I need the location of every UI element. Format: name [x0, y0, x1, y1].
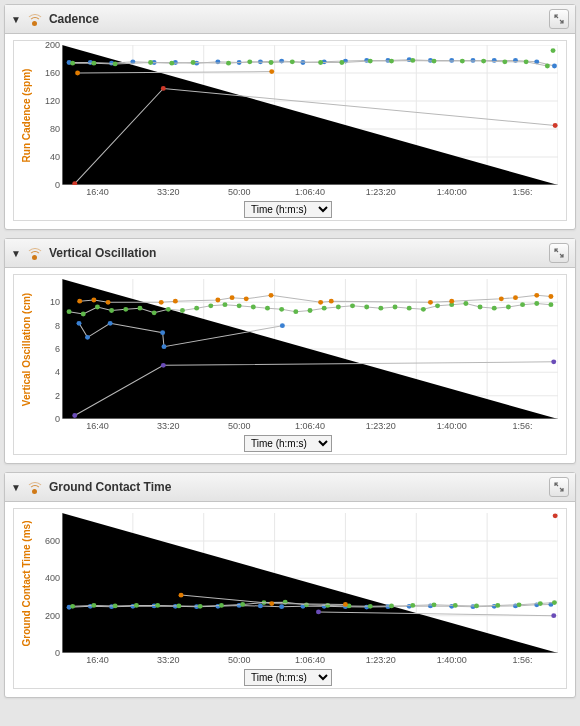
panel-header[interactable]: ▼Cadence	[5, 5, 575, 34]
y-tick: 200	[45, 611, 60, 621]
collapse-icon[interactable]: ▼	[11, 14, 21, 25]
data-point	[551, 359, 556, 364]
data-point	[478, 305, 483, 310]
data-point	[106, 300, 111, 305]
y-tick: 400	[45, 573, 60, 583]
data-point	[368, 59, 373, 64]
x-tick: 1:06:40	[275, 655, 346, 665]
data-point	[208, 303, 213, 308]
plot-area[interactable]	[62, 45, 558, 185]
y-tick: 10	[50, 297, 60, 307]
data-point	[279, 307, 284, 312]
data-point	[237, 303, 242, 308]
plot-area[interactable]	[62, 279, 558, 419]
data-point	[552, 64, 557, 69]
data-point	[161, 363, 166, 368]
sensor-icon	[27, 479, 43, 495]
panel-title: Ground Contact Time	[49, 480, 543, 494]
data-point	[421, 307, 426, 312]
data-point	[481, 59, 486, 64]
data-point	[551, 48, 556, 53]
panel-cadence: ▼CadenceRun Cadence (spm)040801201602001…	[4, 4, 576, 230]
data-point	[499, 296, 504, 301]
data-point	[449, 299, 454, 304]
data-point	[251, 305, 256, 310]
x-tick: 50:00	[204, 655, 275, 665]
expand-button[interactable]	[549, 477, 569, 497]
data-point	[350, 303, 355, 308]
data-point	[495, 603, 500, 608]
data-point	[410, 603, 415, 608]
data-point	[492, 306, 497, 311]
x-tick: 1:23:20	[345, 421, 416, 431]
data-point	[123, 307, 128, 312]
xaxis-select[interactable]: Time (h:m:s)Distance (km)	[244, 435, 332, 452]
data-point	[280, 323, 285, 328]
data-point	[517, 602, 522, 607]
y-axis-label: Vertical Oscillation (cm)	[22, 292, 33, 405]
data-point	[553, 513, 558, 518]
data-point	[393, 305, 398, 310]
x-tick: 33:20	[133, 655, 204, 665]
data-point	[492, 58, 497, 63]
x-tick: 1:56:	[487, 187, 558, 197]
data-point	[113, 62, 118, 67]
x-tick: 1:06:40	[275, 187, 346, 197]
data-point	[155, 603, 160, 608]
data-point	[176, 604, 181, 609]
data-point	[91, 298, 96, 303]
panel-header[interactable]: ▼Vertical Oscillation	[5, 239, 575, 268]
y-tick: 0	[55, 180, 60, 190]
data-point	[318, 60, 323, 65]
data-point	[506, 305, 511, 310]
data-point	[269, 293, 274, 298]
data-point	[258, 604, 263, 609]
data-point	[67, 309, 72, 314]
data-point	[552, 600, 557, 605]
data-point	[453, 603, 458, 608]
data-point	[75, 71, 80, 76]
data-point	[247, 59, 252, 64]
collapse-icon[interactable]: ▼	[11, 248, 21, 259]
x-tick: 1:40:00	[416, 421, 487, 431]
y-tick: 200	[45, 40, 60, 50]
data-point	[513, 295, 518, 300]
data-point	[304, 602, 309, 607]
y-tick: 80	[50, 124, 60, 134]
collapse-icon[interactable]: ▼	[11, 482, 21, 493]
panel-title: Cadence	[49, 12, 543, 26]
data-point	[329, 299, 334, 304]
panel-header[interactable]: ▼Ground Contact Time	[5, 473, 575, 502]
panel-vosc: ▼Vertical OscillationVertical Oscillatio…	[4, 238, 576, 464]
data-point	[85, 335, 90, 340]
data-point	[265, 306, 270, 311]
expand-button[interactable]	[549, 243, 569, 263]
data-point	[364, 305, 369, 310]
data-point	[322, 306, 327, 311]
sensor-icon	[27, 11, 43, 27]
y-axis-label: Run Cadence (spm)	[22, 68, 33, 162]
data-point	[191, 60, 196, 65]
xaxis-select[interactable]: Time (h:m:s)Distance (km)	[244, 201, 332, 218]
data-point	[91, 61, 96, 66]
data-point	[279, 604, 284, 609]
y-tick: 160	[45, 68, 60, 78]
xaxis-select[interactable]: Time (h:m:s)Distance (km)	[244, 669, 332, 686]
panel-gct: ▼Ground Contact TimeGround Contact Time …	[4, 472, 576, 698]
x-tick: 50:00	[204, 421, 275, 431]
expand-button[interactable]	[549, 9, 569, 29]
data-point	[72, 413, 77, 418]
data-point	[222, 302, 227, 307]
data-point	[470, 58, 475, 63]
x-tick: 33:20	[133, 187, 204, 197]
y-tick: 0	[55, 414, 60, 424]
plot-area[interactable]	[62, 513, 558, 653]
data-point	[77, 299, 82, 304]
data-point	[160, 330, 165, 335]
x-tick: 16:40	[62, 655, 133, 665]
data-point	[179, 593, 184, 598]
data-point	[551, 613, 556, 618]
panel-title: Vertical Oscillation	[49, 246, 543, 260]
y-tick: 4	[55, 367, 60, 377]
data-point	[244, 296, 249, 301]
